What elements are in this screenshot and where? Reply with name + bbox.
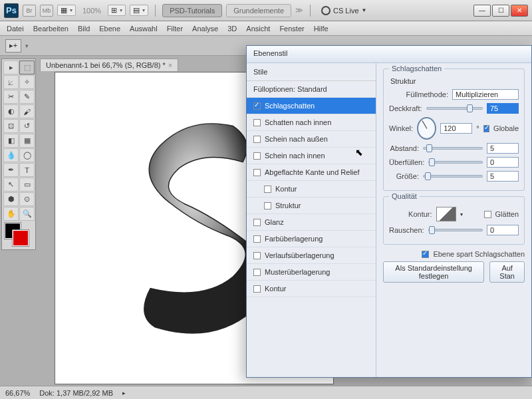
blend-options-row[interactable]: Fülloptionen: Standard <box>247 81 376 98</box>
marquee-tool[interactable]: ⬚ <box>19 61 35 74</box>
history-brush-tool[interactable]: ↺ <box>19 119 35 133</box>
menu-analyse[interactable]: Analyse <box>192 25 218 33</box>
status-doc-size[interactable]: Dok: 1,37 MB/2,92 MB <box>39 389 113 397</box>
size-input[interactable] <box>487 171 519 182</box>
bridge-icon[interactable]: Br <box>23 5 36 17</box>
eyedropper-tool[interactable]: ✎ <box>19 90 35 104</box>
knockout-checkbox[interactable] <box>422 251 429 258</box>
status-zoom[interactable]: 66,67% <box>5 389 30 397</box>
maximize-button[interactable]: ☐ <box>492 5 509 17</box>
shape-tool[interactable]: ▭ <box>19 178 35 192</box>
style-checkbox[interactable] <box>253 152 261 160</box>
style-item-6[interactable]: Struktur <box>247 198 376 214</box>
style-checkbox[interactable] <box>253 119 261 126</box>
style-checkbox[interactable] <box>253 136 261 143</box>
spread-slider[interactable] <box>428 161 483 164</box>
style-item-5[interactable]: Kontur <box>247 181 376 198</box>
style-checkbox[interactable] <box>264 186 271 193</box>
styles-header[interactable]: Stile <box>247 63 376 81</box>
style-item-2[interactable]: Schein nach außen <box>247 131 376 148</box>
lasso-tool[interactable]: ⟀ <box>3 75 19 89</box>
workspace-tab-psdtutorials[interactable]: PSD-Tutorials <box>162 4 222 17</box>
screen-mode-dropdown[interactable]: ▦ <box>57 5 76 16</box>
crop-tool[interactable]: ✂ <box>3 90 19 104</box>
antialias-checkbox[interactable] <box>484 211 491 218</box>
gradient-tool[interactable]: ▦ <box>19 134 35 148</box>
3d-tool[interactable]: ⬢ <box>3 192 19 206</box>
dialog-title[interactable]: Ebenenstil <box>247 46 531 63</box>
zoom-tool[interactable]: 🔍 <box>19 207 35 221</box>
style-item-9[interactable]: Verlaufsüberlagerung <box>247 247 376 264</box>
menu-3d[interactable]: 3D <box>227 25 237 33</box>
opacity-input[interactable] <box>487 103 519 114</box>
menu-bild[interactable]: Bild <box>78 25 90 33</box>
move-tool[interactable]: ▸ <box>3 61 19 74</box>
style-item-4[interactable]: Abgeflachte Kante und Relief <box>247 164 376 181</box>
blur-tool[interactable]: 💧 <box>3 148 19 162</box>
close-button[interactable]: ✕ <box>511 5 528 17</box>
style-checkbox[interactable] <box>253 235 261 243</box>
brush-tool[interactable]: 🖌 <box>19 104 35 118</box>
distance-input[interactable] <box>487 143 519 154</box>
menu-filter[interactable]: Filter <box>167 25 183 33</box>
workspace-tab-grundelemente[interactable]: Grundelemente <box>226 4 291 17</box>
style-item-10[interactable]: Musterüberlagerung <box>247 264 376 281</box>
move-tool-icon[interactable]: ▸+ <box>5 39 21 53</box>
style-checkbox[interactable] <box>253 252 261 259</box>
menu-datei[interactable]: Datei <box>7 25 24 33</box>
menu-ansicht[interactable]: Ansicht <box>246 25 270 33</box>
tool-palette: ▸⬚ ⟀✧ ✂✎ ◐🖌 ⊡↺ ◧▦ 💧◯ ✒T ↖▭ ⬢⊙ ✋🔍 <box>1 59 36 250</box>
blend-mode-select[interactable] <box>452 89 519 100</box>
style-item-1[interactable]: Schatten nach innen <box>247 114 376 131</box>
angle-input[interactable] <box>440 123 472 134</box>
stamp-tool[interactable]: ⊡ <box>3 119 19 133</box>
opacity-slider[interactable] <box>426 107 483 110</box>
color-swatches[interactable] <box>3 223 35 248</box>
style-checkbox[interactable] <box>253 219 261 226</box>
cslive-button[interactable]: CS Live▼ <box>321 6 366 15</box>
close-tab-icon[interactable]: × <box>168 61 172 69</box>
type-tool[interactable]: T <box>19 163 35 177</box>
arrange-icon[interactable]: ▤ <box>130 5 148 16</box>
style-checkbox[interactable] <box>253 169 261 176</box>
contour-picker[interactable] <box>436 207 456 221</box>
menu-auswahl[interactable]: Auswahl <box>130 25 158 33</box>
noise-input[interactable] <box>487 225 519 235</box>
style-item-7[interactable]: Glanz <box>247 214 376 231</box>
global-light-checkbox[interactable] <box>483 125 490 132</box>
eraser-tool[interactable]: ◧ <box>3 134 19 148</box>
menu-bearbeiten[interactable]: Bearbeiten <box>33 25 68 33</box>
distance-slider[interactable] <box>423 147 483 150</box>
style-checkbox[interactable] <box>253 269 261 276</box>
view-icon[interactable]: ⊞ <box>108 5 126 16</box>
menu-hilfe[interactable]: Hilfe <box>314 25 329 33</box>
dodge-tool[interactable]: ◯ <box>19 148 35 162</box>
hand-tool[interactable]: ✋ <box>3 207 19 221</box>
style-checkbox[interactable] <box>264 202 271 209</box>
style-item-0[interactable]: Schlagschatten <box>247 98 376 114</box>
healing-tool[interactable]: ◐ <box>3 104 19 118</box>
spread-input[interactable] <box>487 157 519 168</box>
reset-default-button[interactable]: Auf Stan <box>489 261 525 283</box>
quality-fieldset: Qualität Kontur:▾Glätten Rauschen: <box>383 196 525 245</box>
zoom-display[interactable]: 100% <box>82 7 101 15</box>
style-item-3[interactable]: Schein nach innen <box>247 148 376 164</box>
wand-tool[interactable]: ✧ <box>19 75 35 89</box>
size-slider[interactable] <box>423 175 483 178</box>
angle-control[interactable] <box>417 117 436 140</box>
style-checkbox[interactable] <box>253 102 261 110</box>
camera-tool[interactable]: ⊙ <box>19 192 35 206</box>
menu-fenster[interactable]: Fenster <box>279 25 304 33</box>
path-tool[interactable]: ↖ <box>3 178 19 192</box>
make-default-button[interactable]: Als Standardeinstellung festlegen <box>383 261 484 283</box>
minibridge-icon[interactable]: Mb <box>40 5 53 17</box>
style-checkbox[interactable] <box>253 285 261 293</box>
pen-tool[interactable]: ✒ <box>3 163 19 177</box>
style-item-11[interactable]: Kontur <box>247 281 376 297</box>
noise-slider[interactable] <box>428 229 483 231</box>
style-item-8[interactable]: Farbüberlagerung <box>247 231 376 247</box>
document-tab[interactable]: Unbenannt-1 bei 66,7% (S, RGB/8) *× <box>40 59 178 71</box>
menu-ebene[interactable]: Ebene <box>99 25 120 33</box>
minimize-button[interactable]: — <box>473 5 491 17</box>
more-icon[interactable]: ≫ <box>295 6 303 15</box>
